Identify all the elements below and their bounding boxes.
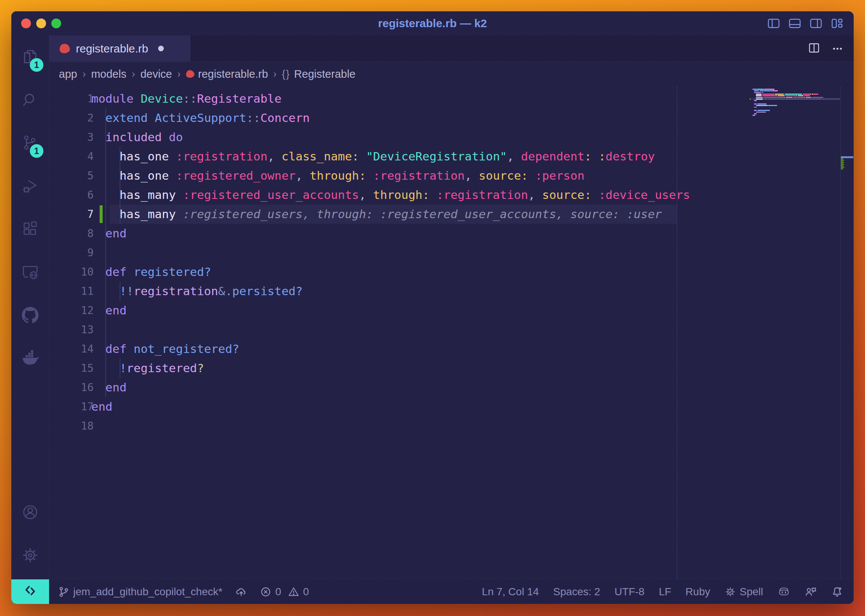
- code-line-3[interactable]: 3 included do: [49, 127, 854, 147]
- spell-checker-status[interactable]: Spell: [725, 586, 763, 598]
- code-text: end: [91, 301, 126, 320]
- code-text: included do: [91, 127, 183, 147]
- line-number[interactable]: 15: [49, 358, 94, 378]
- problems-status[interactable]: 0 0: [260, 586, 309, 598]
- activity-docker[interactable]: [11, 337, 49, 380]
- minimize-window-button[interactable]: [36, 19, 46, 28]
- modified-line-gutter-mark: [100, 205, 103, 223]
- more-actions-icon[interactable]: [831, 41, 844, 56]
- layout-customize-icon[interactable]: [830, 17, 844, 30]
- line-number[interactable]: 4: [49, 147, 94, 166]
- warnings-count: 0: [303, 586, 309, 598]
- code-text: module Device::Registerable: [91, 89, 281, 108]
- docker-icon: [21, 349, 39, 367]
- split-editor-icon[interactable]: [808, 41, 821, 56]
- line-number[interactable]: 2: [49, 108, 94, 127]
- indentation-status[interactable]: Spaces: 2: [553, 586, 600, 598]
- spell-gear-icon: [725, 586, 736, 597]
- code-line-9[interactable]: 9: [49, 243, 854, 262]
- breadcrumb-item-models[interactable]: models: [91, 68, 126, 80]
- git-branch-status[interactable]: jem_add_github_copilot_check*: [58, 586, 222, 598]
- remote-indicator[interactable]: [11, 579, 49, 604]
- breadcrumb-item-registerable[interactable]: {}Registerable: [282, 68, 355, 80]
- code-line-15[interactable]: 15 !registered?: [49, 358, 854, 378]
- activity-search[interactable]: [11, 79, 49, 121]
- line-number[interactable]: 8: [49, 224, 94, 243]
- close-window-button[interactable]: [21, 19, 31, 28]
- symbol-module-icon: {}: [282, 68, 290, 80]
- code-line-13[interactable]: 13: [49, 320, 854, 339]
- publish-changes-button[interactable]: [235, 586, 247, 598]
- line-number[interactable]: 6: [49, 185, 94, 204]
- git-branch-icon: [58, 586, 69, 597]
- code-text: !registered?: [91, 358, 204, 378]
- line-number[interactable]: 18: [49, 416, 94, 435]
- zoom-window-button[interactable]: [51, 19, 61, 28]
- line-number[interactable]: 1: [49, 89, 94, 108]
- activity-remote-explorer[interactable]: [11, 251, 49, 294]
- code-line-16[interactable]: 16 end: [49, 378, 854, 397]
- line-number[interactable]: 5: [49, 166, 94, 185]
- line-number[interactable]: 17: [49, 397, 94, 416]
- line-number[interactable]: 12: [49, 301, 94, 320]
- code-line-14[interactable]: 14 def not_registered?: [49, 339, 854, 358]
- remote-explorer-icon: [22, 264, 39, 281]
- code-line-12[interactable]: 12 end: [49, 301, 854, 320]
- breadcrumb-item-device[interactable]: device: [140, 68, 172, 80]
- line-number[interactable]: 3: [49, 127, 94, 147]
- tab-bar: registerable.rb: [49, 36, 854, 62]
- activity-source-control[interactable]: 1: [11, 121, 49, 165]
- github-icon: [22, 306, 39, 324]
- code-line-8[interactable]: 8 end: [49, 224, 854, 243]
- tab-registerable-rb[interactable]: registerable.rb: [49, 36, 191, 61]
- code-line-6[interactable]: 6 has_many :registered_user_accounts, th…: [49, 185, 854, 204]
- minimap[interactable]: [752, 88, 840, 118]
- bell-icon: [831, 586, 843, 598]
- activity-extensions[interactable]: [11, 207, 49, 251]
- remote-icon: [24, 584, 37, 599]
- activity-run-debug[interactable]: [11, 165, 49, 207]
- layout-panel-icon[interactable]: [788, 17, 802, 30]
- account-icon: [21, 503, 39, 521]
- code-line-5[interactable]: 5 has_one :registered_owner, through: :r…: [49, 166, 854, 185]
- cursor-position-status[interactable]: Ln 7, Col 14: [482, 586, 539, 598]
- line-number[interactable]: 13: [49, 320, 94, 339]
- line-number[interactable]: 7: [49, 204, 94, 224]
- title-bar: registerable.rb — k2: [11, 11, 854, 36]
- ruby-file-icon: [186, 70, 195, 78]
- code-line-17[interactable]: 17end: [49, 397, 854, 416]
- code-editor[interactable]: 1module Device::Registerable2 extend Act…: [49, 86, 854, 579]
- code-line-10[interactable]: 10 def registered?: [49, 262, 854, 281]
- cloud-upload-icon: [235, 586, 247, 598]
- breadcrumb-item-app[interactable]: app: [59, 68, 77, 80]
- code-line-7[interactable]: 7 has_many :registered_users, through: :…: [49, 204, 854, 224]
- code-line-2[interactable]: 2 extend ActiveSupport::Concern: [49, 108, 854, 127]
- language-mode-status[interactable]: Ruby: [685, 586, 710, 598]
- encoding-status[interactable]: UTF-8: [614, 586, 644, 598]
- code-line-11[interactable]: 11 !!registration&.persisted?: [49, 281, 854, 301]
- copilot-status[interactable]: [777, 585, 790, 598]
- line-number[interactable]: 14: [49, 339, 94, 358]
- layout-sidebar-left-icon[interactable]: [767, 17, 780, 30]
- activity-explorer[interactable]: 1: [11, 36, 49, 79]
- vscode-window: registerable.rb — k2 1: [11, 11, 854, 604]
- line-number[interactable]: 10: [49, 262, 94, 281]
- feedback-status[interactable]: [805, 586, 817, 598]
- code-line-4[interactable]: 4 has_one :registration, class_name: "De…: [49, 147, 854, 166]
- breadcrumb-item-registerable-rb[interactable]: registerable.rb: [186, 68, 268, 80]
- eol-status[interactable]: LF: [659, 586, 671, 598]
- activity-settings[interactable]: [11, 534, 49, 577]
- activity-account[interactable]: [11, 491, 49, 534]
- layout-sidebar-right-icon[interactable]: [809, 17, 823, 30]
- errors-icon: [260, 586, 272, 597]
- search-icon: [22, 91, 39, 109]
- code-line-18[interactable]: 18: [49, 416, 854, 435]
- code-line-1[interactable]: 1module Device::Registerable: [49, 89, 854, 108]
- line-number[interactable]: 11: [49, 281, 94, 301]
- line-number[interactable]: 9: [49, 243, 94, 262]
- activity-github[interactable]: [11, 294, 49, 337]
- line-number[interactable]: 16: [49, 378, 94, 397]
- minimap-line: [752, 116, 840, 118]
- notifications-bell[interactable]: [831, 586, 843, 598]
- gear-icon: [21, 546, 39, 564]
